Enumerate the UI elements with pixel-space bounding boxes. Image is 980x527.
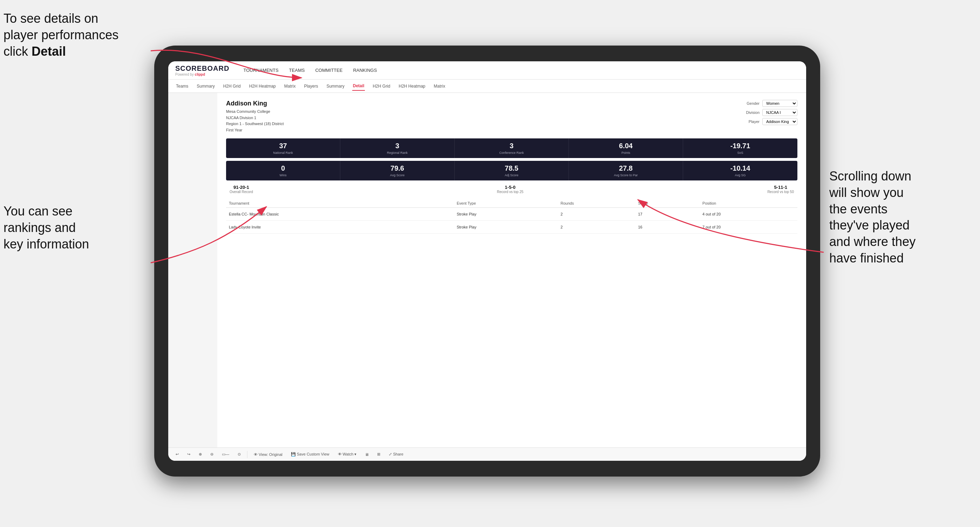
- gender-select[interactable]: Women Men: [762, 100, 797, 107]
- division-selector-row: Division NJCAA I NJCAA II: [746, 109, 797, 116]
- subnav-players[interactable]: Players: [303, 82, 318, 90]
- tournament-name-1: Estella CC- Mountain Classic: [226, 208, 454, 221]
- view-original-button[interactable]: 👁 View: Original: [252, 451, 285, 458]
- tablet-frame: SCOREBOARD Powered by clippd TOURNAMENTS…: [154, 46, 820, 476]
- annotation-bl2: rankings and: [3, 221, 76, 235]
- subnav-h2hheatmap2[interactable]: H2H Heatmap: [398, 82, 426, 90]
- stats-grid-1: 37 National Rank 3 Regional Rank 3 Confe…: [226, 138, 797, 158]
- player-region: Region 1 - Southwest (18) District: [226, 121, 283, 127]
- annotation-r2: will show you: [829, 185, 904, 200]
- subnav-h2hheatmap[interactable]: H2H Heatmap: [248, 82, 277, 90]
- subnav-h2hgrid2[interactable]: H2H Grid: [372, 82, 391, 90]
- player-select[interactable]: Addison King: [762, 118, 797, 125]
- table-row: Estella CC- Mountain Classic Stroke Play…: [226, 208, 797, 221]
- stat-points: 6.04 Points: [569, 138, 683, 158]
- grid-view-button[interactable]: ⊞: [375, 451, 382, 458]
- position-2: 7 out of 20: [700, 221, 797, 234]
- overall-record-label: Overall Record: [229, 190, 253, 194]
- score-1: 17: [635, 208, 700, 221]
- redo-button[interactable]: ↪: [185, 451, 192, 458]
- share-button[interactable]: ⤢ Share: [387, 451, 405, 458]
- annotation-topleft: To see details on player performances cl…: [3, 11, 151, 60]
- annotation-bottomleft: You can see rankings and key information: [3, 203, 137, 252]
- avg-score-to-par-value: 27.8: [572, 164, 680, 172]
- logo-area: SCOREBOARD Powered by clippd: [175, 65, 229, 76]
- annotation-r5: and where they: [829, 235, 915, 249]
- player-division: NJCAA Division 1: [226, 115, 283, 121]
- avg-score-value: 79.6: [343, 164, 452, 172]
- position-1: 4 out of 20: [700, 208, 797, 221]
- zoom-out-button[interactable]: ⊖: [208, 451, 216, 458]
- player-label: Player: [749, 119, 759, 124]
- division-select[interactable]: NJCAA I NJCAA II: [762, 109, 797, 116]
- player-name: Addison King: [226, 100, 283, 107]
- subnav-detail[interactable]: Detail: [352, 82, 365, 91]
- player-header: Addison King Mesa Community College NJCA…: [226, 100, 797, 133]
- subnav-matrix2[interactable]: Matrix: [433, 82, 446, 90]
- top50-record-value: 5-11-1: [767, 185, 794, 190]
- bottom-toolbar: ↩ ↪ ⊕ ⊖ ▭— ⊙ 👁 View: Original 💾 Save Cus…: [168, 448, 806, 461]
- gender-selector-row: Gender Women Men: [746, 100, 797, 107]
- tournament-name-2: Lady Coyote Invite: [226, 221, 454, 234]
- stat-national-rank: 37 National Rank: [226, 138, 340, 158]
- save-view-button[interactable]: 💾 Save Custom View: [289, 451, 332, 458]
- subnav-teams[interactable]: Teams: [175, 82, 189, 90]
- regional-rank-label: Regional Rank: [343, 151, 452, 154]
- nav-rankings[interactable]: RANKINGS: [353, 66, 377, 75]
- annotation-line1: To see details on: [3, 11, 98, 25]
- player-selector-row: Player Addison King: [749, 118, 797, 125]
- points-value: 6.04: [572, 142, 680, 150]
- top-nav: SCOREBOARD Powered by clippd TOURNAMENTS…: [168, 61, 806, 79]
- logo-scoreboard: SCOREBOARD: [175, 65, 229, 73]
- sos-value: -19.71: [686, 142, 795, 150]
- tournament-table: Tournament Event Type Rounds Score Posit…: [226, 199, 797, 234]
- annotation-r1: Scrolling down: [829, 169, 911, 183]
- records-row: 91-20-1 Overall Record 1-5-0 Record vs t…: [226, 185, 797, 194]
- col-rounds: Rounds: [558, 199, 635, 208]
- table-row: Lady Coyote Invite Stroke Play 2 16 7 ou…: [226, 221, 797, 234]
- points-label: Points: [572, 151, 680, 154]
- annotation-r4: they've played: [829, 218, 910, 232]
- nav-committee[interactable]: COMMITTEE: [315, 66, 342, 75]
- score-2: 16: [635, 221, 700, 234]
- player-selectors: Gender Women Men Division NJCAA I NJCAA …: [746, 100, 797, 133]
- stat-adj-score: 78.5 Adj Score: [455, 161, 569, 181]
- nav-tournaments[interactable]: TOURNAMENTS: [243, 66, 278, 75]
- brand-name: clippd: [195, 73, 205, 76]
- nav-teams[interactable]: TEAMS: [289, 66, 305, 75]
- col-position: Position: [700, 199, 797, 208]
- logo-powered: Powered by clippd: [175, 73, 229, 76]
- stat-avg-score-to-par: 27.8 Avg Score to Par: [569, 161, 683, 181]
- col-event-type: Event Type: [454, 199, 558, 208]
- annotation-bold: Detail: [32, 44, 66, 59]
- content-panel: Addison King Mesa Community College NJCA…: [217, 93, 806, 448]
- avg-score-label: Avg Score: [343, 173, 452, 177]
- stat-regional-rank: 3 Regional Rank: [340, 138, 455, 158]
- stat-conference-rank: 3 Conference Rank: [455, 138, 569, 158]
- subnav-matrix[interactable]: Matrix: [283, 82, 296, 90]
- undo-button[interactable]: ↩: [173, 451, 181, 458]
- avg-sg-label: Avg SG: [686, 173, 795, 177]
- col-score: Score: [635, 199, 700, 208]
- wins-label: Wins: [229, 173, 337, 177]
- national-rank-value: 37: [229, 142, 337, 150]
- regional-rank-value: 3: [343, 142, 452, 150]
- zoom-fit-button[interactable]: ⊕: [197, 451, 204, 458]
- subnav-summary[interactable]: Summary: [196, 82, 215, 90]
- record-top25: 1-5-0 Record vs top 25: [497, 185, 523, 194]
- refresh-button[interactable]: ⊙: [235, 451, 243, 458]
- top25-record-value: 1-5-0: [497, 185, 523, 190]
- left-sidebar: [168, 93, 217, 448]
- watch-button[interactable]: 👁 Watch ▾: [336, 451, 359, 458]
- layout-button[interactable]: ▭—: [220, 451, 231, 458]
- display-button[interactable]: 🖥: [363, 451, 371, 458]
- national-rank-label: National Rank: [229, 151, 337, 154]
- subnav-h2hgrid[interactable]: H2H Grid: [223, 82, 242, 90]
- annotation-bl3: key information: [3, 237, 89, 251]
- subnav-summary2[interactable]: Summary: [326, 82, 345, 90]
- main-content: Addison King Mesa Community College NJCA…: [168, 93, 806, 448]
- player-school: Mesa Community College: [226, 109, 283, 115]
- event-type-1: Stroke Play: [454, 208, 558, 221]
- top25-record-label: Record vs top 25: [497, 190, 523, 194]
- division-label: Division: [746, 110, 759, 114]
